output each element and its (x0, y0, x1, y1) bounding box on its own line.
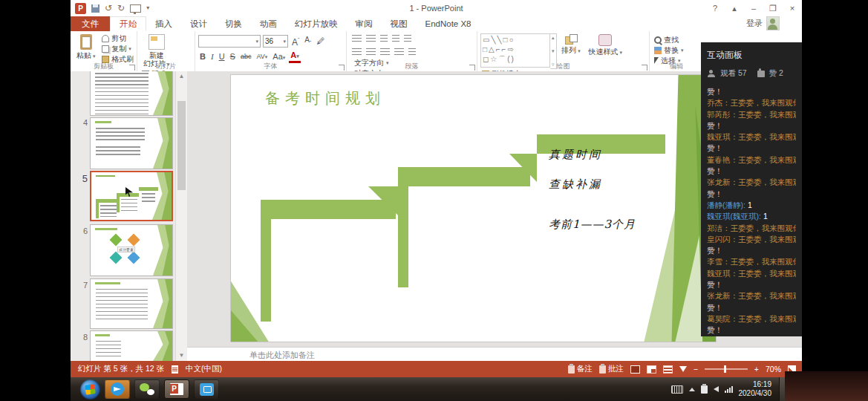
zoom-in-button[interactable]: + (754, 365, 759, 374)
notes-icon (568, 365, 575, 374)
notes-toggle[interactable]: 备注 (568, 364, 593, 374)
chat-message: 赞！ (707, 86, 796, 97)
zoom-out-button[interactable]: − (694, 365, 698, 374)
zoom-slider[interactable] (705, 368, 748, 370)
shrink-font-button[interactable]: Aˇ (303, 34, 313, 48)
clear-formatting-button[interactable]: 🖉 (315, 36, 326, 47)
scroll-down-arrow[interactable]: ▼ (176, 351, 187, 361)
arrange-button[interactable]: 排列 ▾ (558, 33, 583, 56)
hidden-icons-arrow[interactable] (689, 388, 695, 391)
columns-icon[interactable] (408, 48, 416, 56)
taskbar-wechat-button[interactable] (134, 379, 160, 399)
align-center-icon[interactable] (366, 48, 376, 56)
normal-view-button[interactable] (630, 365, 640, 374)
italic-button[interactable]: I (209, 51, 215, 62)
thumbnail-number-8: 8 (77, 333, 88, 342)
scroll-up-arrow[interactable]: ▲ (176, 71, 187, 82)
current-slide[interactable]: 备考时间规划 真题时间 查缺补漏 考前1——3个月 (230, 74, 717, 342)
shadow-button[interactable]: S (229, 51, 237, 62)
help-button[interactable]: ? (705, 0, 725, 16)
justify-icon[interactable] (394, 48, 404, 56)
close-button[interactable]: × (783, 0, 802, 16)
replace-button[interactable]: 替换▾ (654, 45, 684, 55)
clock[interactable]: 16:19 2020/4/30 (739, 380, 772, 398)
decrease-indent-icon[interactable] (380, 35, 388, 43)
tab-animations[interactable]: 动画 (251, 16, 286, 31)
line-spacing-icon[interactable] (404, 35, 411, 43)
start-button[interactable] (80, 379, 100, 400)
volume-icon[interactable] (714, 386, 719, 392)
step3-line3[interactable]: 考前1——3个月 (549, 218, 636, 232)
notes-pane[interactable]: 单击此处添加备注 (187, 347, 802, 362)
scrollbar-thumb[interactable] (177, 101, 186, 190)
reading-view-button[interactable] (663, 365, 673, 374)
sign-in[interactable]: 登录 (746, 16, 780, 30)
align-left-icon[interactable] (352, 48, 362, 56)
paragraph-dialog-launcher[interactable] (469, 65, 475, 71)
underline-button[interactable]: U (218, 51, 226, 62)
font-dialog-launcher[interactable] (339, 65, 345, 71)
step1-textbox[interactable] (274, 209, 387, 215)
strikethrough-button[interactable]: abc (239, 51, 253, 62)
quick-styles-button[interactable]: 快速样式 ▾ (586, 33, 625, 57)
cut-button[interactable]: 剪切 (102, 33, 134, 43)
spell-check-icon[interactable] (172, 365, 178, 374)
viewers-icon (707, 70, 716, 77)
tab-file[interactable]: 文件 (71, 16, 110, 31)
clipboard-dialog-launcher[interactable] (129, 65, 135, 71)
font-size-select[interactable]: 36▾ (263, 35, 288, 48)
tray-app-icon[interactable] (701, 385, 708, 394)
zoom-slider-thumb[interactable] (724, 365, 726, 373)
thumbnail-slide-3[interactable] (90, 71, 173, 116)
show-desktop-button[interactable] (779, 377, 785, 401)
step2-textbox[interactable] (411, 176, 530, 183)
taskbar-video-app-button[interactable] (194, 379, 219, 399)
chat-message: 李雪：王委委，我来围观你的直播 (707, 256, 796, 267)
slide-title[interactable]: 备考时间规划 (265, 88, 385, 108)
find-button[interactable]: 查找 (654, 35, 684, 45)
align-right-icon[interactable] (380, 48, 390, 56)
thumbnail-slide-8[interactable] (90, 330, 173, 361)
copy-button[interactable]: 复制▾ (102, 44, 134, 53)
step3-line2[interactable]: 查缺补漏 (549, 177, 602, 192)
bold-button[interactable]: B (198, 51, 207, 62)
chat-message-value: 1 (748, 200, 752, 209)
thumbnail-slide-4[interactable] (90, 117, 173, 169)
restore-button[interactable]: ❐ (763, 0, 783, 16)
paste-button[interactable]: 粘贴 ▾ (74, 33, 98, 61)
comments-toggle[interactable]: 批注 (599, 364, 624, 374)
font-name-select[interactable]: ▾ (198, 35, 261, 48)
increase-indent-icon[interactable] (392, 35, 399, 43)
tab-design[interactable]: 设计 (181, 16, 216, 31)
ribbon-options-button[interactable]: ▴ (725, 0, 744, 16)
tab-endnote[interactable]: EndNote X8 (417, 16, 480, 31)
tab-transitions[interactable]: 切换 (216, 16, 251, 31)
keyboard-tray-icon[interactable] (671, 385, 683, 394)
thumbnail-scrollbar[interactable]: ▲ ▼ (175, 71, 187, 361)
chat-message: 赞！ (707, 143, 796, 154)
slide-sorter-view-button[interactable] (647, 365, 656, 374)
minimize-button[interactable]: – (744, 0, 763, 16)
tab-insert[interactable]: 插入 (146, 16, 181, 31)
tab-slideshow[interactable]: 幻灯片放映 (286, 16, 347, 31)
taskbar-messaging-app-button[interactable] (105, 379, 130, 399)
notes-placeholder[interactable]: 单击此处添加备注 (249, 350, 315, 361)
user-avatar[interactable] (766, 16, 780, 30)
tab-review[interactable]: 审阅 (347, 16, 382, 31)
tab-view[interactable]: 视图 (382, 16, 417, 31)
step3-line1[interactable]: 真题时间 (549, 148, 602, 162)
network-signal-icon[interactable] (725, 386, 733, 393)
drawing-dialog-launcher[interactable] (642, 65, 647, 71)
language-indicator[interactable]: 中文(中国) (186, 364, 222, 374)
thumbnail-slide-6[interactable]: 成功要素 (90, 224, 173, 276)
zoom-level[interactable]: 70% (766, 365, 781, 374)
tab-home[interactable]: 开始 (110, 16, 146, 31)
thumbnail-slide-7[interactable] (90, 278, 173, 329)
bullets-icon[interactable] (352, 35, 362, 43)
character-spacing-button[interactable]: AV▾ (255, 51, 269, 62)
taskbar-powerpoint-button[interactable] (164, 379, 189, 399)
numbering-icon[interactable] (366, 35, 376, 43)
slideshow-view-button[interactable] (679, 366, 687, 372)
grow-font-button[interactable]: Aˆ (290, 34, 301, 48)
thumbnail-slide-5-selected[interactable] (90, 171, 173, 221)
